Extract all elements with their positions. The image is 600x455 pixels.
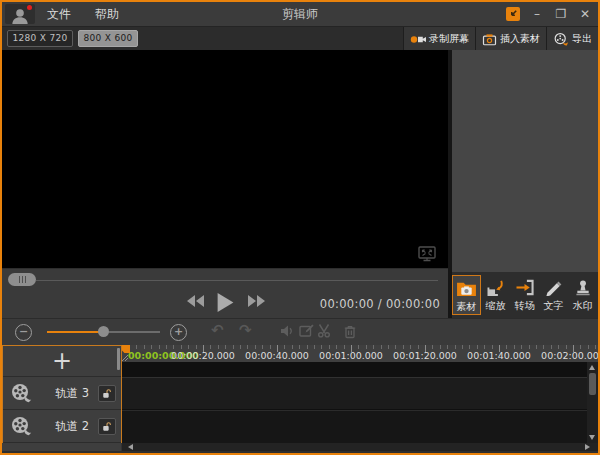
zoom-slider-track[interactable] [103, 331, 160, 333]
lock-track-button[interactable] [98, 418, 116, 435]
record-screen-label: 录制屏幕 [429, 32, 469, 46]
tab-transition-label: 转场 [515, 299, 535, 313]
scroll-up-icon[interactable] [589, 365, 595, 370]
ruler-label: 00:00:40.000 [245, 350, 309, 361]
track-panel-scrollbar[interactable] [117, 348, 120, 370]
video-preview [2, 50, 448, 268]
zoom-slider-thumb[interactable] [98, 326, 109, 337]
export-icon [553, 32, 569, 46]
track-panel-footer [2, 443, 121, 451]
volume-icon[interactable] [280, 324, 296, 338]
tab-material-label: 素材 [457, 300, 477, 314]
export-label: 导出 [572, 32, 592, 46]
seek-bar [2, 268, 448, 290]
resolution-800x600-button[interactable]: 800 X 600 [78, 30, 138, 47]
insert-material-label: 插入素材 [500, 32, 540, 46]
seek-track[interactable] [36, 280, 438, 281]
horizontal-scrollbar[interactable] [122, 443, 598, 451]
redo-icon[interactable]: ↷ [239, 321, 252, 339]
transport-controls: 00:00:00 / 00:00:00 [2, 290, 448, 318]
insert-material-button[interactable]: 插入素材 [475, 27, 546, 51]
tab-material[interactable]: 素材 [452, 275, 481, 315]
tab-scale-label: 缩放 [486, 299, 506, 313]
timeline-tools-row: − + ↶ ↷ [2, 318, 598, 345]
plus-icon: + [52, 348, 72, 374]
cut-icon[interactable] [316, 324, 332, 338]
edit-icon[interactable] [299, 324, 315, 338]
text-pencil-icon [544, 279, 564, 296]
tab-text-label: 文字 [544, 299, 564, 313]
insert-material-icon [482, 33, 497, 46]
track-label: 轨道 3 [46, 386, 98, 401]
fast-forward-icon[interactable] [247, 294, 267, 308]
play-icon[interactable] [215, 292, 235, 313]
toolbar-actions: 录制屏幕 插入素材 导出 [403, 27, 598, 51]
record-screen-icon [410, 33, 426, 46]
track-row-3[interactable]: 轨道 3 [3, 377, 121, 410]
title-bar: 文件 帮助 剪辑师 – ❐ ✕ [2, 2, 598, 26]
tab-text[interactable]: 文字 [539, 275, 568, 315]
tab-watermark[interactable]: 水印 [568, 275, 597, 315]
vertical-scrollbar[interactable] [587, 362, 598, 443]
menu-file[interactable]: 文件 [35, 2, 83, 26]
export-button[interactable]: 导出 [546, 27, 598, 51]
material-folder-icon [456, 280, 477, 297]
material-library-panel [452, 50, 598, 272]
library-tab-bar: 素材 缩放 转场 文字 水印 [452, 272, 598, 318]
close-button[interactable]: ✕ [578, 7, 592, 21]
scroll-right-icon[interactable] [585, 444, 590, 450]
track-label: 轨道 2 [46, 419, 98, 434]
watermark-stamp-icon [573, 279, 593, 296]
delete-icon[interactable] [343, 324, 357, 339]
record-screen-button[interactable]: 录制屏幕 [403, 27, 475, 51]
ruler-label: 00:01:20.000 [393, 350, 457, 361]
tab-watermark-label: 水印 [573, 299, 593, 313]
window-controls: – ❐ ✕ [506, 2, 592, 26]
resolution-1280x720-button[interactable]: 1280 X 720 [7, 30, 73, 47]
bottom-filler [2, 451, 598, 453]
add-track-button[interactable]: + [3, 346, 121, 377]
rewind-icon[interactable] [185, 294, 205, 308]
track-row-2[interactable]: 轨道 2 [3, 410, 121, 443]
unlock-icon [102, 388, 112, 399]
ruler-label: 00:01:00.000 [319, 350, 383, 361]
app-window: 文件 帮助 剪辑师 – ❐ ✕ 1280 X 720 800 X 600 录制屏… [0, 0, 600, 455]
time-display: 00:00:00 / 00:00:00 [320, 297, 440, 311]
maximize-button[interactable]: ❐ [554, 7, 568, 21]
track-list-panel: + 轨道 3 轨道 2 [2, 345, 122, 443]
tab-scale[interactable]: 缩放 [481, 275, 510, 315]
scroll-left-icon[interactable] [128, 444, 133, 450]
zoom-out-icon[interactable]: − [15, 324, 32, 341]
undo-icon[interactable]: ↶ [211, 321, 224, 339]
film-reel-icon [10, 416, 32, 436]
zoom-in-icon[interactable]: + [170, 324, 187, 341]
zoom-slider-fill [47, 331, 103, 333]
top-toolbar: 1280 X 720 800 X 600 录制屏幕 插入素材 导出 [2, 26, 598, 50]
scale-icon [486, 279, 506, 296]
minimize-button[interactable]: – [530, 7, 544, 21]
pin-window-button[interactable] [506, 7, 520, 21]
vertical-scroll-thumb[interactable] [589, 373, 596, 395]
ruler-label: 00:02:00.000 [541, 350, 600, 361]
lock-track-button[interactable] [98, 385, 116, 402]
app-logo[interactable] [5, 4, 35, 24]
tab-transition[interactable]: 转场 [510, 275, 539, 315]
notification-dot-icon [27, 5, 32, 10]
unlock-icon [102, 421, 112, 432]
menu-help[interactable]: 帮助 [83, 2, 131, 26]
scroll-down-icon[interactable] [589, 435, 595, 440]
seek-thumb[interactable] [8, 273, 36, 286]
ruler-corner-grip-icon [121, 354, 129, 362]
ruler-label: 00:00:20.000 [171, 350, 235, 361]
transition-icon [515, 279, 535, 296]
film-reel-icon [10, 383, 32, 403]
fullscreen-monitor-icon[interactable] [418, 246, 436, 262]
ruler-label: 00:01:40.000 [467, 350, 531, 361]
